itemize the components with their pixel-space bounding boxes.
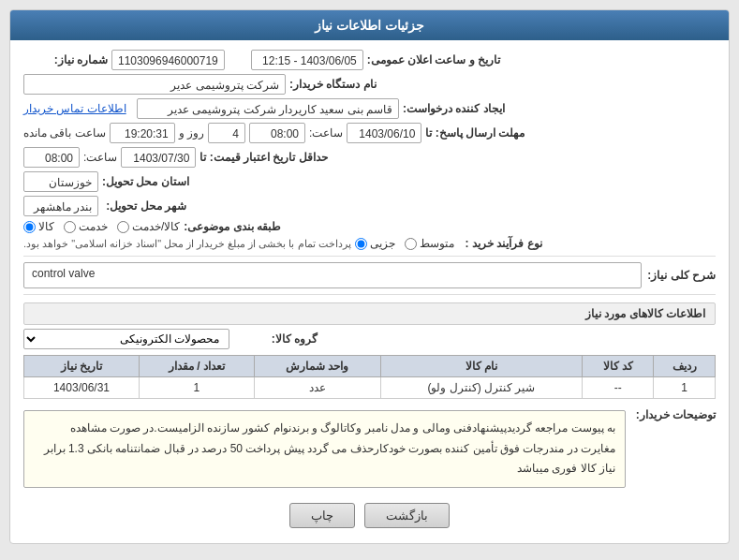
group-label: گروه کالا: — [233, 332, 318, 346]
th-vahed: واحد شمارش — [254, 356, 380, 377]
row-mohlat: مهلت ارسال پاسخ: تا 1403/06/10 ساعت: 08:… — [23, 123, 716, 143]
nam-dastgah-value: شرکت پتروشیمی عدیر — [23, 74, 286, 95]
hadaqal-saat: 08:00 — [23, 147, 80, 168]
mohlat-saat: 08:00 — [249, 123, 305, 143]
card-body: تاریخ و ساعت اعلان عمومی: 1403/06/05 - 1… — [10, 40, 729, 543]
row-hadaqal: حداقل تاریخ اعتبار قیمت: تا 1403/07/30 س… — [23, 147, 716, 168]
baqi-label: ساعت باقی مانده — [23, 126, 106, 140]
group-select[interactable]: محصولات الکترونیکی — [23, 329, 229, 349]
shahr-label: شهر محل تحویل: — [102, 199, 186, 213]
mohlat-label: مهلت ارسال پاسخ: تا — [425, 126, 525, 140]
radio-khadamat-label: خدمت — [79, 220, 108, 233]
th-nam: نام کالا — [380, 356, 582, 377]
shomare-niaz-label: شماره نیاز: — [23, 53, 108, 66]
row-shahr: شهر محل تحویل: بندر ماهشهر — [23, 196, 716, 216]
radio-kala-khadamat-label: کالا/خدمت — [132, 220, 180, 233]
row-tabaqe: طبقه بندی موضوعی: کالا/خدمت خدمت کالا — [23, 220, 716, 233]
shahr-value: بندر ماهشهر — [23, 196, 98, 216]
button-row: بازگشت چاپ — [23, 503, 716, 534]
radio-khadamat-input[interactable] — [64, 221, 76, 233]
main-card: جزئیات اطلاعات نیاز تاریخ و ساعت اعلان ع… — [9, 9, 730, 544]
th-kod: کد کالا — [583, 356, 654, 377]
nam-dastgah-label: نام دستگاه خریدار: — [289, 78, 377, 91]
sarh-label: شرح کلی نیاز: — [647, 269, 716, 282]
row-group: گروه کالا: محصولات الکترونیکی — [23, 329, 716, 349]
radio-khadamat: خدمت — [64, 220, 108, 233]
sarh-wrapper: شرح کلی نیاز: control valve — [23, 262, 716, 288]
ostan-value: خوزستان — [23, 171, 98, 192]
tabaqe-radio-group: کالا/خدمت خدمت کالا — [23, 220, 180, 233]
mohlat-baqi: 19:20:31 — [110, 123, 175, 143]
table-cell-4: 1 — [139, 377, 254, 399]
mohlat-rooz-val: 4 — [208, 123, 245, 143]
table-cell-0: 1 — [654, 377, 716, 399]
farayand-radio-group: متوسط جزیی — [355, 237, 454, 250]
radio-kala-khadamat-input[interactable] — [117, 221, 129, 233]
radio-motavaset-label: متوسط — [420, 237, 454, 250]
taarikh-label: تاریخ و ساعت اعلان عمومی: — [367, 53, 500, 66]
card-header: جزئیات اطلاعات نیاز — [10, 10, 729, 40]
radio-motavaset: متوسط — [405, 237, 454, 250]
print-button[interactable]: چاپ — [289, 503, 355, 528]
noe-farayand-label: نوع فرآیند خرید : — [458, 237, 542, 250]
ostan-label: استان محل تحویل: — [102, 175, 189, 188]
row-shomare-taarikh: تاریخ و ساعت اعلان عمومی: 1403/06/05 - 1… — [23, 50, 716, 70]
radio-jozvi-label: جزیی — [370, 237, 395, 250]
ijad-value: قاسم بنی سعید کاریردار شرکت پتروشیمی عدی… — [137, 98, 399, 119]
ijad-label: ایجاد کننده درخواست: — [403, 102, 505, 115]
table-header-row: ردیف کد کالا نام کالا واحد شمارش تعداد /… — [24, 356, 716, 377]
th-radif: ردیف — [654, 356, 716, 377]
row-noe-farayand: نوع فرآیند خرید : متوسط جزیی پرداخت تمام… — [23, 237, 716, 250]
products-table: ردیف کد کالا نام کالا واحد شمارش تعداد /… — [23, 355, 716, 399]
radio-jozvi: جزیی — [355, 237, 395, 250]
notes-text: به پیوست مراجعه گردیدپیشنهادفنی ومالی و … — [23, 410, 626, 488]
shomare-niaz-value: 1103096946000719 — [111, 50, 225, 70]
notes-wrapper: توضیحات خریدار: به پیوست مراجعه گردیدپیش… — [23, 405, 716, 494]
mohlat-date: 1403/06/10 — [347, 123, 421, 143]
page-wrapper: جزئیات اطلاعات نیاز تاریخ و ساعت اعلان ع… — [0, 0, 739, 560]
saat-label: ساعت: — [309, 126, 343, 140]
back-button[interactable]: بازگشت — [364, 503, 450, 528]
radio-kala-input[interactable] — [23, 221, 36, 233]
radio-kala-khadamat: کالا/خدمت — [117, 220, 180, 233]
row-ostan: استان محل تحویل: خوزستان — [23, 171, 716, 192]
divider1 — [23, 256, 716, 257]
ettelaat-tamas-link[interactable]: اطلاعات تماس خریدار — [23, 102, 126, 115]
page-title: جزئیات اطلاعات نیاز — [315, 18, 424, 33]
taarikh-value: 1403/06/05 - 12:15 — [251, 50, 363, 70]
table-cell-1: -- — [583, 377, 654, 399]
row-nam-dastgah: نام دستگاه خریدار: شرکت پتروشیمی عدیر — [23, 74, 716, 95]
radio-jozvi-input[interactable] — [355, 238, 367, 250]
table-row: 1--شیر کنترل (کنترل ولو)عدد11403/06/31 — [24, 377, 716, 399]
rooz-label: روز و — [179, 126, 204, 140]
divider2 — [23, 294, 716, 295]
farayand-note: پرداخت تمام با بخشی از مبلغ خریدار از مح… — [23, 238, 351, 250]
table-cell-3: عدد — [254, 377, 380, 399]
radio-kala: کالا — [23, 220, 54, 233]
row-ijad: ایجاد کننده درخواست: قاسم بنی سعید کاریر… — [23, 98, 716, 119]
tabaqe-label: طبقه بندی موضوعی: — [184, 220, 281, 233]
radio-motavaset-input[interactable] — [405, 238, 417, 250]
hadaqal-saat-label: ساعت: — [83, 151, 117, 164]
hadaqal-date: 1403/07/30 — [121, 147, 196, 168]
th-tarikh: تاریخ نیاز — [24, 356, 140, 377]
hadaqal-label: حداقل تاریخ اعتبار قیمت: تا — [200, 151, 327, 164]
notes-label: توضیحات خریدار: — [631, 405, 716, 421]
info-title: اطلاعات کالاهای مورد نیاز — [23, 302, 716, 325]
table-cell-5: 1403/06/31 — [24, 377, 140, 399]
radio-kala-label: کالا — [38, 220, 54, 233]
table-cell-2: شیر کنترل (کنترل ولو) — [380, 377, 582, 399]
th-tedad: تعداد / مقدار — [139, 356, 254, 377]
sarh-value: control valve — [23, 262, 642, 288]
